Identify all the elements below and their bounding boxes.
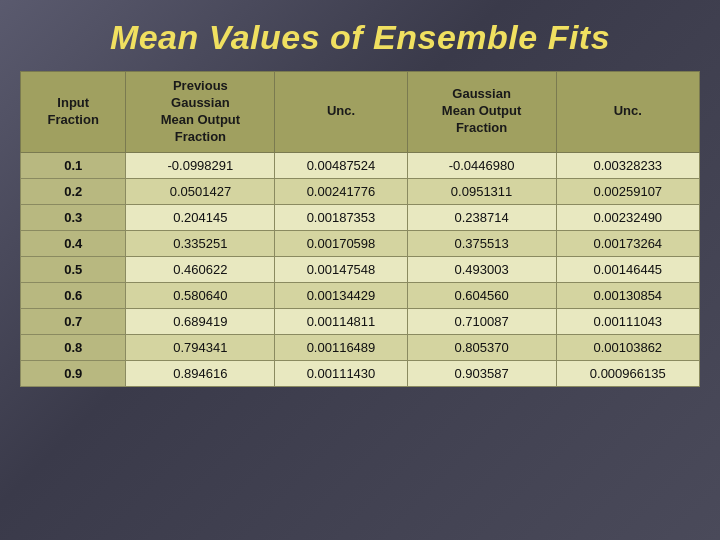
table-row: 0.50.4606220.001475480.4930030.00146445	[21, 256, 700, 282]
table-header: GaussianMean OutputFraction	[407, 72, 556, 153]
table-cell: 0.00130854	[556, 282, 699, 308]
table-cell: 0.00187353	[275, 204, 407, 230]
table-row: 0.60.5806400.001344290.6045600.00130854	[21, 282, 700, 308]
table-header: PreviousGaussianMean OutputFraction	[126, 72, 275, 153]
table-cell: 0.460622	[126, 256, 275, 282]
table-cell: 0.00487524	[275, 152, 407, 178]
table-cell: 0.794341	[126, 334, 275, 360]
table-cell: 0.375513	[407, 230, 556, 256]
table-cell: 0.3	[21, 204, 126, 230]
table-cell: 0.00328233	[556, 152, 699, 178]
table-header: Unc.	[275, 72, 407, 153]
table-row: 0.80.7943410.001164890.8053700.00103862	[21, 334, 700, 360]
table-cell: 0.9	[21, 360, 126, 386]
table-cell: -0.0446980	[407, 152, 556, 178]
table-cell: 0.000966135	[556, 360, 699, 386]
table-cell: 0.493003	[407, 256, 556, 282]
table-cell: 0.335251	[126, 230, 275, 256]
table-cell: 0.00259107	[556, 178, 699, 204]
table-cell: 0.8	[21, 334, 126, 360]
table-cell: 0.5	[21, 256, 126, 282]
table-cell: 0.0501427	[126, 178, 275, 204]
ensemble-fits-table: InputFractionPreviousGaussianMean Output…	[20, 71, 700, 387]
table-cell: 0.204145	[126, 204, 275, 230]
table-cell: 0.6	[21, 282, 126, 308]
table-cell: 0.1	[21, 152, 126, 178]
table-cell: 0.4	[21, 230, 126, 256]
table-cell: 0.689419	[126, 308, 275, 334]
table-row: 0.40.3352510.001705980.3755130.00173264	[21, 230, 700, 256]
table-cell: 0.00116489	[275, 334, 407, 360]
table-cell: 0.00232490	[556, 204, 699, 230]
table-cell: 0.00173264	[556, 230, 699, 256]
table-header: InputFraction	[21, 72, 126, 153]
table-cell: 0.2	[21, 178, 126, 204]
table-cell: 0.710087	[407, 308, 556, 334]
table-row: 0.1-0.09982910.00487524-0.04469800.00328…	[21, 152, 700, 178]
table-cell: 0.00146445	[556, 256, 699, 282]
table-cell: 0.0951311	[407, 178, 556, 204]
table-cell: 0.00134429	[275, 282, 407, 308]
table-cell: 0.00111043	[556, 308, 699, 334]
table-cell: 0.604560	[407, 282, 556, 308]
table-row: 0.20.05014270.002417760.09513110.0025910…	[21, 178, 700, 204]
table-row: 0.70.6894190.001148110.7100870.00111043	[21, 308, 700, 334]
table-header: Unc.	[556, 72, 699, 153]
table-cell: 0.00103862	[556, 334, 699, 360]
table-cell: 0.805370	[407, 334, 556, 360]
table-cell: 0.238714	[407, 204, 556, 230]
table-cell: 0.00170598	[275, 230, 407, 256]
table-cell: 0.00111430	[275, 360, 407, 386]
page-title: Mean Values of Ensemble Fits	[110, 18, 610, 57]
table-row: 0.30.2041450.001873530.2387140.00232490	[21, 204, 700, 230]
table-row: 0.90.8946160.001114300.9035870.000966135	[21, 360, 700, 386]
table-cell: 0.00241776	[275, 178, 407, 204]
table-cell: -0.0998291	[126, 152, 275, 178]
table-cell: 0.580640	[126, 282, 275, 308]
table-cell: 0.00114811	[275, 308, 407, 334]
table-cell: 0.00147548	[275, 256, 407, 282]
table-cell: 0.894616	[126, 360, 275, 386]
table-cell: 0.7	[21, 308, 126, 334]
table-cell: 0.903587	[407, 360, 556, 386]
